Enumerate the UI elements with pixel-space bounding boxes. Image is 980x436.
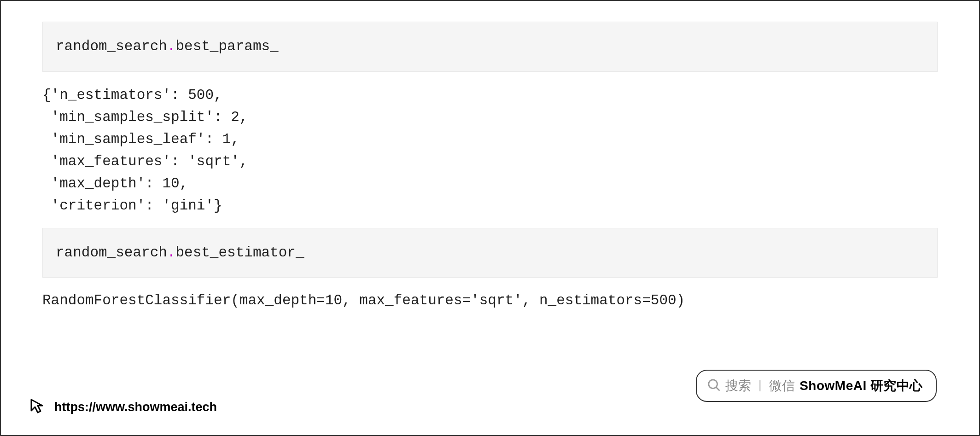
search-badge[interactable]: 搜索 | 微信 ShowMeAI 研究中心 xyxy=(696,370,937,402)
divider: | xyxy=(756,379,765,393)
cursor-icon xyxy=(29,397,47,418)
wechat-label: 微信 xyxy=(769,377,795,395)
svg-point-0 xyxy=(708,379,717,388)
output-block-1: {'n_estimators': 500, 'min_samples_split… xyxy=(42,82,938,228)
search-label: 搜索 xyxy=(725,377,751,395)
code-cell-1[interactable]: random_search.best_params_ xyxy=(42,22,938,72)
code-suffix-1: best_params_ xyxy=(175,38,278,54)
code-suffix-2: best_estimator_ xyxy=(175,244,304,261)
brand-label: ShowMeAI 研究中心 xyxy=(799,377,923,395)
svg-line-1 xyxy=(716,387,719,390)
code-prefix-1: random_search xyxy=(56,38,167,54)
search-icon xyxy=(707,378,721,394)
code-dot-1: . xyxy=(167,38,176,54)
footer: https://www.showmeai.tech xyxy=(29,397,217,418)
code-dot-2: . xyxy=(167,244,176,261)
code-cell-2[interactable]: random_search.best_estimator_ xyxy=(42,228,938,278)
code-prefix-2: random_search xyxy=(56,244,167,261)
footer-url: https://www.showmeai.tech xyxy=(54,400,217,414)
output-block-2: RandomForestClassifier(max_depth=10, max… xyxy=(42,288,938,322)
